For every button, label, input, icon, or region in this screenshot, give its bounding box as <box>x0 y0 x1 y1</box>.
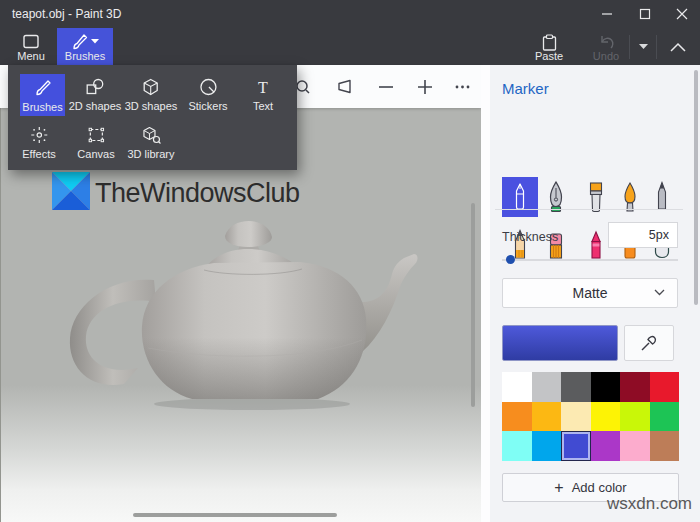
undo-button[interactable]: Undo <box>584 28 628 65</box>
brushes-menu-button[interactable]: Brushes <box>57 28 113 65</box>
brush-settings-panel: Marker <box>490 65 700 522</box>
brush-oil-brush[interactable] <box>578 177 614 217</box>
palette-color-13[interactable] <box>532 431 562 461</box>
palette-color-14[interactable] <box>561 431 591 461</box>
minimize-button[interactable] <box>588 0 625 28</box>
panel-title: Marker <box>502 80 549 97</box>
tool-item-stickers[interactable]: Stickers <box>188 77 227 112</box>
text-icon: T <box>253 77 273 97</box>
maximize-icon <box>636 6 654 22</box>
paint3d-window: teapot.obj - Paint 3D Menu Brushes <box>0 0 700 522</box>
tool-label: Brushes <box>22 101 62 113</box>
chevron-down-icon <box>91 39 99 44</box>
thickness-slider-thumb[interactable] <box>506 255 515 264</box>
palette-color-11[interactable] <box>650 402 680 432</box>
tool-label: Effects <box>22 148 55 160</box>
color-palette <box>502 372 679 461</box>
thickness-slider-track[interactable] <box>502 259 678 261</box>
tool-label: 3D shapes <box>125 100 178 112</box>
tool-label: Canvas <box>77 148 114 160</box>
3d-library-icon <box>141 125 161 145</box>
tool-item-brushes[interactable]: Brushes <box>20 74 65 116</box>
palette-color-8[interactable] <box>561 402 591 432</box>
menu-icon <box>21 33 41 50</box>
close-button[interactable] <box>663 0 700 28</box>
palette-color-16[interactable] <box>620 431 650 461</box>
brush-icon <box>71 33 88 50</box>
toolbar-separator2 <box>656 35 657 59</box>
chevron-down-icon <box>654 289 665 296</box>
tool-item-3d-library[interactable]: 3D library <box>127 125 174 160</box>
brush-icon <box>33 78 53 98</box>
add-color-label: Add color <box>572 480 627 495</box>
palette-color-4[interactable] <box>620 372 650 402</box>
palette-color-5[interactable] <box>650 372 680 402</box>
tools-dropdown-panel: Brushes 2D shapes 3D shapes Stickers <box>8 65 297 170</box>
maximize-button[interactable] <box>626 0 663 28</box>
2d-shapes-icon <box>85 77 105 97</box>
palette-color-12[interactable] <box>502 431 532 461</box>
brush-pixel-pen[interactable] <box>644 177 680 217</box>
effects-icon <box>29 125 49 145</box>
thickness-input[interactable]: 5px <box>608 222 678 248</box>
palette-color-2[interactable] <box>561 372 591 402</box>
undo-icon <box>596 33 616 51</box>
menu-button[interactable]: Menu <box>8 28 54 65</box>
panel-scrollbar[interactable] <box>694 70 698 305</box>
tool-item-text[interactable]: T Text <box>253 77 273 112</box>
collapse-ribbon-button[interactable] <box>660 28 696 65</box>
main-toolbar: Menu Brushes Paste Undo <box>0 28 700 65</box>
tool-item-3d-shapes[interactable]: 3D shapes <box>125 77 178 112</box>
palette-color-15[interactable] <box>591 431 621 461</box>
watermark: wsxdn.com <box>607 494 692 514</box>
undo-label: Undo <box>593 51 619 62</box>
palette-color-1[interactable] <box>532 372 562 402</box>
canvas-icon <box>86 125 106 145</box>
palette-color-6[interactable] <box>502 402 532 432</box>
zoom-in-icon[interactable] <box>416 78 434 96</box>
finish-dropdown[interactable]: Matte <box>502 278 678 308</box>
caret-down-icon <box>639 44 648 49</box>
crayon-icon <box>583 228 609 262</box>
panel-gap <box>481 65 490 522</box>
svg-text:T: T <box>258 79 268 96</box>
more-commands-button[interactable] <box>633 28 653 65</box>
more-options-icon[interactable] <box>454 78 472 96</box>
thickness-label: Thickness <box>502 230 558 244</box>
tool-label: 2D shapes <box>69 100 122 112</box>
minimize-icon <box>598 6 616 22</box>
brush-marker[interactable] <box>502 177 538 217</box>
plus-icon: + <box>554 480 563 496</box>
3d-shapes-icon <box>141 77 161 97</box>
stickers-icon <box>198 77 218 97</box>
canvas-vertical-scrollbar[interactable] <box>471 203 475 407</box>
tool-item-effects[interactable]: Effects <box>22 125 55 160</box>
teapot-3d-model[interactable] <box>62 218 422 413</box>
brush-calligraphy-pen[interactable] <box>538 177 574 217</box>
title-bar: teapot.obj - Paint 3D <box>0 0 700 28</box>
palette-color-10[interactable] <box>620 402 650 432</box>
tool-label: Stickers <box>188 100 227 112</box>
tool-item-canvas[interactable]: Canvas <box>77 125 114 160</box>
palette-color-3[interactable] <box>591 372 621 402</box>
window-title: teapot.obj - Paint 3D <box>12 7 121 21</box>
windows-club-logo <box>52 172 90 210</box>
palette-color-0[interactable] <box>502 372 532 402</box>
chevron-up-icon <box>667 40 689 54</box>
brush-watercolor[interactable] <box>612 177 648 217</box>
palette-color-9[interactable] <box>591 402 621 432</box>
palette-color-7[interactable] <box>532 402 562 432</box>
toolbar-separator <box>629 35 630 59</box>
zoom-out-icon[interactable] <box>377 78 395 96</box>
3d-view-icon[interactable] <box>336 78 354 96</box>
close-icon <box>673 6 691 22</box>
tool-item-2d-shapes[interactable]: 2D shapes <box>69 77 122 112</box>
canvas-horizontal-scrollbar[interactable] <box>133 513 337 517</box>
eyedropper-button[interactable] <box>624 325 674 361</box>
tool-label: Text <box>253 100 273 112</box>
current-color-swatch[interactable] <box>502 325 618 361</box>
paste-icon <box>539 33 559 51</box>
paste-button[interactable]: Paste <box>527 28 571 65</box>
logo-text: TheWindowsClub <box>95 176 300 210</box>
palette-color-17[interactable] <box>650 431 680 461</box>
